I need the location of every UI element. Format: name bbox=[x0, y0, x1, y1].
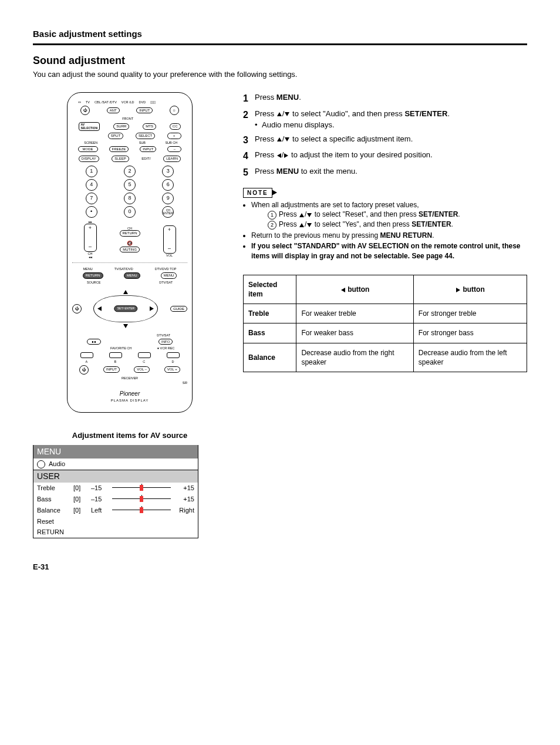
osd-row-treble: Treble[0]–15+15 bbox=[33, 483, 198, 494]
osd-row-balance: Balance[0]LeftRight bbox=[33, 505, 198, 516]
minus-button: – bbox=[167, 146, 181, 153]
transport-play bbox=[138, 352, 151, 358]
receiver-vol-up: VOL + bbox=[164, 366, 180, 373]
digit-3: 3 bbox=[162, 166, 174, 177]
osd-return: RETURN bbox=[33, 527, 198, 538]
digit-2: 2 bbox=[124, 166, 136, 177]
power-icon: ⏻ bbox=[80, 106, 90, 115]
digit-9: 9 bbox=[162, 193, 174, 204]
note-reset: When all adjustments are set to factory … bbox=[251, 200, 527, 230]
select-button: SELECT bbox=[136, 133, 155, 139]
guide-button: GUIDE bbox=[170, 306, 187, 312]
freeze-button: FREEZE bbox=[109, 146, 129, 153]
digit-dot: • bbox=[86, 206, 97, 218]
receiver-vol-down: VOL – bbox=[134, 366, 150, 373]
ch-enter-button: CH ENTER bbox=[162, 206, 174, 218]
remote-src-tv: TV bbox=[86, 100, 90, 104]
digit-4: 4 bbox=[86, 179, 97, 191]
sub-input-button: INPUT bbox=[140, 146, 156, 153]
step-1: 1Press MENU. bbox=[243, 92, 527, 105]
digit-8: 8 bbox=[124, 193, 136, 204]
remote-control-illustration: ⇔ TV CBL /SAT /DTV VCR /LD DVD ▯▯▯ ⏻ ANT… bbox=[67, 92, 193, 413]
table-row: BassFor weaker bassFor stronger bass bbox=[244, 323, 527, 343]
osd-title: Adjustment items for AV source bbox=[33, 430, 227, 441]
remote-src-vcr: VCR /LD bbox=[122, 100, 134, 104]
sleep-button: SLEEP bbox=[112, 156, 129, 162]
mts-button: MTS bbox=[143, 123, 156, 130]
source-power-icon: ⏻ bbox=[72, 304, 82, 313]
osd-audio-label: Audio bbox=[49, 460, 65, 468]
th-left-button: button bbox=[296, 275, 413, 304]
menu-return-button: RETURN bbox=[83, 272, 103, 279]
step-5: 5Press MENU to exit the menu. bbox=[243, 166, 527, 179]
receiver-input: INPUT bbox=[103, 366, 120, 373]
surr-button: SURR bbox=[113, 123, 129, 130]
ch-rocker: +– bbox=[84, 224, 97, 252]
transport-rew bbox=[80, 352, 93, 358]
adjustment-table: Selected item button button TrebleFor we… bbox=[243, 275, 527, 372]
info-button: INFO bbox=[158, 339, 173, 345]
th-selected-item: Selected item bbox=[244, 275, 296, 304]
split-button: SPLIT bbox=[108, 133, 124, 139]
th-right-button: button bbox=[413, 275, 527, 304]
muting-button: MUTING bbox=[120, 247, 140, 253]
osd-menu-header: MENU bbox=[33, 445, 198, 459]
return-button: RETURN bbox=[120, 230, 140, 237]
transport-ff bbox=[167, 352, 180, 358]
digit-0: 0 bbox=[124, 206, 136, 218]
osd-row-bass: Bass[0]–15+15 bbox=[33, 494, 198, 505]
av-selection-button: AV SELECTION bbox=[79, 122, 100, 131]
input-button: INPUT bbox=[136, 107, 153, 114]
remote-src-cbl: CBL /SAT /DTV bbox=[95, 100, 117, 104]
osd-user-header: USER bbox=[33, 470, 198, 483]
note-return: Return to the previous menu by pressing … bbox=[251, 231, 527, 240]
brightness-icon: ☼ bbox=[170, 106, 179, 115]
ant-button: ANT bbox=[107, 107, 120, 114]
intro-text: You can adjust the sound quality to your… bbox=[33, 69, 527, 80]
brand-subtitle: PLASMA DISPLAY bbox=[72, 399, 187, 403]
display-button: DISPLAY bbox=[79, 156, 99, 162]
cc-button: CC bbox=[170, 123, 181, 130]
section-title: Basic adjustment settings bbox=[33, 28, 527, 40]
digit-7: 7 bbox=[86, 193, 97, 204]
table-row: BalanceDecrease audio from the right spe… bbox=[244, 343, 527, 372]
learn-button: LEARN bbox=[163, 156, 181, 162]
digit-6: 6 bbox=[162, 179, 174, 191]
plus-button: + bbox=[167, 133, 181, 139]
digit-5: 5 bbox=[124, 179, 136, 191]
step-4: 4Press / to adjust the item to your desi… bbox=[243, 150, 527, 163]
menu2-button: MENU bbox=[161, 272, 177, 279]
menu-button: MENU bbox=[124, 272, 140, 279]
note-standard: If you select "STANDARD" with AV SELECTI… bbox=[251, 241, 527, 260]
vol-rocker: +– bbox=[163, 225, 176, 254]
receiver-power-icon: ⏻ bbox=[79, 365, 89, 375]
osd-reset: Reset bbox=[33, 516, 198, 527]
table-row: TrebleFor weaker trebleFor stronger treb… bbox=[244, 304, 527, 323]
rule bbox=[33, 43, 527, 45]
transport-stop bbox=[109, 352, 122, 358]
mode-button: MODE bbox=[78, 146, 98, 153]
osd-menu: MENU Audio USER Treble[0]–15+15Bass[0]–1… bbox=[33, 445, 198, 538]
step-2: 2Press / to select "Audio", and then pre… bbox=[243, 109, 527, 130]
page-number: E-31 bbox=[33, 562, 527, 572]
set-enter-button: SET/ ENTER bbox=[114, 305, 137, 312]
digit-1: 1 bbox=[86, 166, 97, 177]
note-header: NOTE bbox=[243, 188, 272, 198]
heading: Sound adjustment bbox=[33, 53, 527, 68]
audio-icon bbox=[37, 460, 45, 468]
brand-logo: Pioneer bbox=[72, 390, 187, 397]
remote-src-dvd: DVD bbox=[139, 100, 146, 104]
nav-cluster: SET/ ENTER bbox=[93, 288, 158, 329]
step-3: 3Press / to select a specific adjustment… bbox=[243, 134, 527, 147]
